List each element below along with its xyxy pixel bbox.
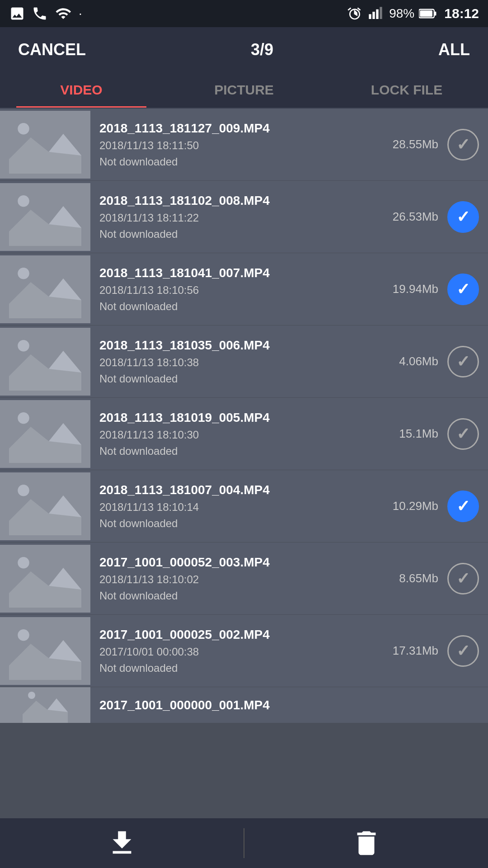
list-item[interactable]: 2018_1113_181041_007.MP4 2018/11/13 18:1… [0, 253, 488, 326]
file-size: 28.55Mb [384, 137, 438, 151]
file-info: 2017_1001_000025_002.MP4 2017/10/01 00:0… [99, 627, 384, 675]
file-checkbox[interactable] [447, 346, 479, 377]
svg-rect-3 [380, 7, 382, 19]
file-thumbnail [0, 545, 90, 613]
download-button[interactable] [0, 818, 244, 868]
file-name: 2018_1113_181041_007.MP4 [99, 266, 384, 280]
file-name: 2018_1113_181102_008.MP4 [99, 193, 384, 208]
file-info: 2018_1113_181127_009.MP4 2018/11/13 18:1… [99, 121, 384, 168]
svg-rect-0 [369, 14, 371, 19]
file-date: 2017/10/01 00:00:38 [99, 646, 384, 658]
tab-picture[interactable]: PICTURE [163, 72, 325, 108]
thumbnail-landscape-icon [9, 115, 81, 174]
file-checkbox[interactable] [447, 418, 479, 450]
file-checkbox[interactable] [447, 129, 479, 160]
file-date: 2018/11/13 18:10:30 [99, 429, 384, 441]
file-name: 2018_1113_181035_006.MP4 [99, 338, 384, 353]
file-thumbnail [0, 687, 90, 723]
tab-video[interactable]: VIDEO [0, 72, 163, 108]
file-thumbnail [0, 111, 90, 179]
wifi-icon [54, 5, 72, 22]
selection-counter: 3/9 [251, 40, 273, 59]
svg-point-40 [28, 692, 35, 699]
file-info: 2018_1113_181019_005.MP4 2018/11/13 18:1… [99, 410, 384, 458]
battery-icon [419, 7, 437, 20]
svg-rect-6 [420, 10, 433, 17]
file-checkbox[interactable] [447, 563, 479, 594]
file-status: Not downloaded [99, 300, 384, 313]
file-size: 15.1Mb [384, 427, 438, 441]
file-name: 2017_1001_000000_001.MP4 [99, 698, 479, 712]
file-size: 19.94Mb [384, 282, 438, 296]
file-size: 26.53Mb [384, 210, 438, 224]
file-date: 2018/11/13 18:11:22 [99, 212, 384, 224]
thumbnail-landscape-icon [9, 622, 81, 680]
svg-rect-1 [373, 12, 375, 19]
cancel-button[interactable]: CANCEL [18, 40, 86, 59]
file-size: 17.31Mb [384, 644, 438, 658]
file-status: Not downloaded [99, 373, 384, 385]
svg-rect-5 [435, 11, 436, 15]
clock-time: 18:12 [444, 6, 479, 21]
file-name: 2018_1113_181007_004.MP4 [99, 483, 384, 497]
thumbnail-landscape-icon [9, 549, 81, 608]
file-date: 2018/11/13 18:10:14 [99, 501, 384, 514]
file-date: 2018/11/13 18:10:38 [99, 356, 384, 369]
battery-percentage: 98% [389, 6, 414, 21]
svg-point-8 [18, 123, 29, 135]
download-icon [106, 827, 138, 859]
list-item[interactable]: 2017_1001_000052_003.MP4 2018/11/13 18:1… [0, 542, 488, 615]
file-status: Not downloaded [99, 590, 384, 602]
tab-bar: VIDEO PICTURE LOCK FILE [0, 72, 488, 108]
trash-icon [351, 827, 382, 859]
file-thumbnail [0, 617, 90, 685]
file-checkbox[interactable] [447, 491, 479, 522]
svg-point-12 [18, 195, 29, 207]
list-item[interactable]: 2017_1001_000025_002.MP4 2017/10/01 00:0… [0, 615, 488, 687]
list-item[interactable]: 2017_1001_000000_001.MP4 [0, 687, 488, 723]
file-status: Not downloaded [99, 445, 384, 458]
file-name: 2018_1113_181127_009.MP4 [99, 121, 384, 136]
signal-icon [366, 6, 385, 21]
file-checkbox[interactable] [447, 274, 479, 305]
file-info: 2018_1113_181102_008.MP4 2018/11/13 18:1… [99, 193, 384, 241]
file-thumbnail [0, 472, 90, 540]
phone-icon [32, 5, 48, 22]
list-item[interactable]: 2018_1113_181127_009.MP4 2018/11/13 18:1… [0, 108, 488, 181]
svg-point-32 [18, 557, 29, 569]
file-size: 4.06Mb [384, 354, 438, 368]
alarm-icon [347, 6, 362, 21]
file-info: 2018_1113_181035_006.MP4 2018/11/13 18:1… [99, 338, 384, 385]
file-thumbnail [0, 400, 90, 468]
file-info: 2018_1113_181041_007.MP4 2018/11/13 18:1… [99, 266, 384, 313]
list-item[interactable]: 2018_1113_181007_004.MP4 2018/11/13 18:1… [0, 470, 488, 542]
file-checkbox[interactable] [447, 201, 479, 233]
svg-point-36 [18, 629, 29, 641]
thumbnail-landscape-icon [9, 405, 81, 463]
thumbnail-landscape-icon [23, 687, 68, 723]
file-name: 2017_1001_000025_002.MP4 [99, 627, 384, 642]
file-size: 8.65Mb [384, 571, 438, 585]
trash-button[interactable] [244, 818, 488, 868]
list-item[interactable]: 2018_1113_181102_008.MP4 2018/11/13 18:1… [0, 181, 488, 253]
file-name: 2018_1113_181019_005.MP4 [99, 410, 384, 425]
thumbnail-landscape-icon [9, 188, 81, 246]
file-status: Not downloaded [99, 228, 384, 241]
file-date: 2018/11/13 18:11:50 [99, 139, 384, 152]
status-right-icons: 98% 18:12 [347, 6, 479, 21]
status-left-icons: · [9, 5, 82, 22]
list-item[interactable]: 2018_1113_181019_005.MP4 2018/11/13 18:1… [0, 398, 488, 470]
file-date: 2018/11/13 18:10:56 [99, 284, 384, 297]
select-all-button[interactable]: ALL [438, 40, 470, 59]
dot-indicator: · [79, 6, 82, 21]
file-thumbnail [0, 183, 90, 251]
action-bar: CANCEL 3/9 ALL [0, 27, 488, 72]
status-bar: · 98% 18:12 [0, 0, 488, 27]
tab-lock-file[interactable]: LOCK FILE [325, 72, 488, 108]
file-status: Not downloaded [99, 156, 384, 168]
thumbnail-landscape-icon [9, 477, 81, 536]
file-list: 2018_1113_181127_009.MP4 2018/11/13 18:1… [0, 108, 488, 723]
file-checkbox[interactable] [447, 635, 479, 667]
file-size: 10.29Mb [384, 499, 438, 513]
list-item[interactable]: 2018_1113_181035_006.MP4 2018/11/13 18:1… [0, 326, 488, 398]
